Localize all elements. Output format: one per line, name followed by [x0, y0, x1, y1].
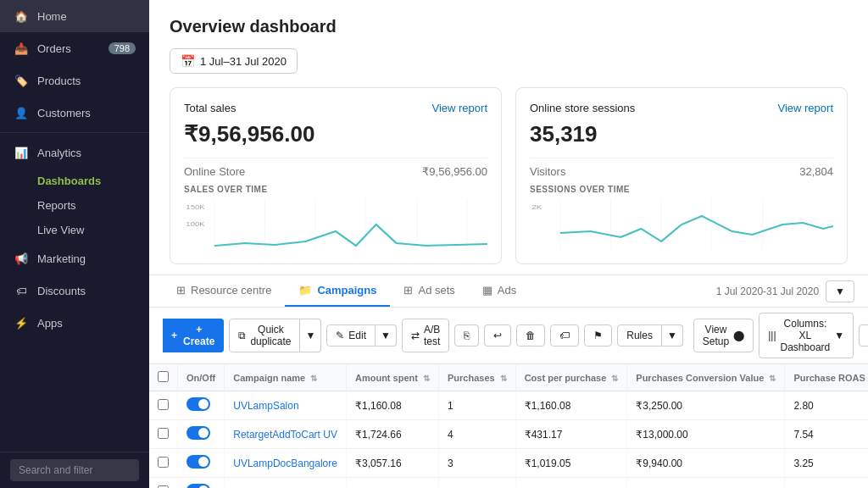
campaigns-table: On/Off Campaign name ⇅ Amount spent ⇅ Pu… — [149, 364, 868, 488]
row-checkbox[interactable] — [158, 399, 169, 410]
rules-dropdown[interactable]: ▼ — [662, 324, 683, 347]
sidebar-divider — [0, 132, 149, 133]
col-amount-spent[interactable]: Amount spent ⇅ — [346, 364, 438, 391]
sidebar-item-label: Analytics — [37, 147, 136, 159]
svg-text:150K: 150K — [186, 203, 204, 211]
tab-ad-sets[interactable]: ⊞ Ad sets — [390, 275, 468, 307]
copy-button[interactable]: ⎘ — [454, 324, 479, 347]
view-report-link[interactable]: View report — [777, 102, 833, 114]
sidebar-item-apps[interactable]: ⚡ Apps — [0, 307, 149, 339]
sidebar-item-dashboards[interactable]: Dashboards — [0, 169, 149, 193]
online-sessions-card: Online store sessions View report 35,319… — [515, 87, 848, 264]
delete-button[interactable]: 🗑 — [516, 324, 545, 347]
sidebar-item-orders[interactable]: 📥 Orders 798 — [0, 32, 149, 64]
cost-per-purchase-cell: ₹1,019.05 — [515, 449, 627, 478]
toggle-cell[interactable] — [178, 478, 225, 489]
ab-icon: ⇄ — [411, 330, 420, 341]
card-title: Total sales — [184, 102, 236, 114]
table-header-row: On/Off Campaign name ⇅ Amount spent ⇅ Pu… — [149, 364, 868, 391]
campaign-toggle[interactable] — [186, 455, 210, 469]
col-roas[interactable]: Purchase ROAS (return on ad spend) ⇅ — [785, 364, 868, 391]
tag-button[interactable]: 🏷 — [550, 324, 579, 347]
edit-button[interactable]: ✎ Edit — [326, 324, 376, 347]
sidebar-search[interactable] — [0, 452, 149, 488]
toggle-cell[interactable] — [178, 391, 225, 420]
col-checkbox[interactable] — [149, 364, 178, 391]
sidebar-item-customers[interactable]: 👤 Customers — [0, 97, 149, 129]
toggle-cell[interactable] — [178, 449, 225, 478]
toggle-icon: ⬤ — [733, 330, 744, 341]
breakdown-button[interactable]: Breakdown ▼ — [859, 324, 868, 347]
campaign-name-cell: UVLampSalon — [225, 391, 347, 420]
view-report-link[interactable]: View report — [431, 102, 487, 114]
campaign-name-link[interactable]: UVLampDocBangalore — [233, 458, 337, 469]
sidebar-item-analytics[interactable]: 📊 Analytics — [0, 136, 149, 169]
col-cost-per-purchase[interactable]: Cost per purchase ⇅ — [515, 364, 627, 391]
campaign-name-cell: UVLampDoctor — [225, 478, 347, 489]
col-purchases[interactable]: Purchases ⇅ — [438, 364, 515, 391]
col-conv-value[interactable]: Purchases Conversion Value ⇅ — [627, 364, 785, 391]
orders-icon: 📥 — [14, 41, 29, 56]
campaigns-table-container[interactable]: On/Off Campaign name ⇅ Amount spent ⇅ Pu… — [149, 364, 868, 488]
ab-test-button[interactable]: ⇄ A/B test — [402, 319, 449, 352]
select-all-checkbox[interactable] — [158, 371, 169, 382]
resource-icon: ⊞ — [176, 284, 186, 297]
campaign-toggle[interactable] — [186, 397, 210, 411]
card-header: Total sales View report — [184, 102, 487, 114]
amount-spent-cell: ₹1,160.08 — [346, 391, 438, 420]
sub-label: Visitors — [530, 165, 565, 178]
row-checkbox[interactable] — [158, 428, 169, 439]
create-button[interactable]: + + Create — [163, 319, 224, 352]
campaign-toggle[interactable] — [186, 426, 210, 440]
tab-campaigns[interactable]: 📁 Campaigns — [285, 275, 390, 307]
row-checkbox-cell[interactable] — [149, 449, 178, 478]
edit-dropdown[interactable]: ▼ — [376, 324, 397, 347]
campaign-name-link[interactable]: RetargetAddToCart UV — [233, 429, 337, 441]
tab-resource-centre[interactable]: ⊞ Resource centre — [163, 275, 285, 307]
campaign-toggle[interactable] — [186, 484, 210, 488]
sidebar-item-marketing[interactable]: 📢 Marketing — [0, 242, 149, 274]
ad-manager-section: ⊞ Resource centre 📁 Campaigns ⊞ Ad sets … — [149, 275, 868, 488]
date-range-dropdown[interactable]: ▼ — [826, 280, 854, 302]
sidebar-item-label: Home — [37, 10, 136, 23]
undo-button[interactable]: ↩ — [484, 324, 511, 347]
main-content: Overview dashboard 📅 1 Jul–31 Jul 2020 T… — [149, 0, 868, 488]
row-checkbox-cell[interactable] — [149, 478, 178, 489]
col-campaign-name[interactable]: Campaign name ⇅ — [225, 364, 347, 391]
quick-duplicate-button[interactable]: ⧉ Quick duplicate — [229, 319, 300, 352]
conv-value-cell: ₹9,940.00 — [627, 449, 785, 478]
tab-ads[interactable]: ▦ Ads — [469, 275, 530, 307]
toggle-cell[interactable] — [178, 420, 225, 449]
flag-button[interactable]: ⚑ — [584, 324, 612, 347]
roas-cell: 7.54 — [785, 420, 868, 449]
conv-value-cell: ₹3,250.00 — [627, 391, 785, 420]
table-row: UVLampDoctor ₹9,149.74 21 ₹435.70 ₹91,00… — [149, 478, 868, 489]
sidebar-item-live-view[interactable]: Live View — [0, 218, 149, 242]
sidebar-item-products[interactable]: 🏷️ Products — [0, 64, 149, 97]
row-checkbox[interactable] — [158, 485, 169, 489]
sessions-value: 35,319 — [530, 121, 833, 147]
chart-label: SESSIONS OVER TIME — [530, 185, 833, 194]
search-input[interactable] — [10, 459, 139, 481]
cost-per-purchase-cell: ₹431.17 — [515, 420, 627, 449]
quick-duplicate-dropdown[interactable]: ▼ — [300, 319, 321, 352]
products-icon: 🏷️ — [14, 73, 29, 88]
dashboard-section: Overview dashboard 📅 1 Jul–31 Jul 2020 T… — [149, 0, 868, 275]
sidebar-item-reports[interactable]: Reports — [0, 193, 149, 218]
columns-button[interactable]: ||| Columns: XL Dashboard ▼ — [759, 313, 854, 358]
row-checkbox[interactable] — [158, 457, 169, 468]
svg-text:100K: 100K — [186, 220, 204, 228]
calendar-icon: 📅 — [181, 54, 195, 68]
conv-value-cell: ₹13,000.00 — [627, 420, 785, 449]
amount-spent-cell: ₹3,057.16 — [346, 449, 438, 478]
row-checkbox-cell[interactable] — [149, 420, 178, 449]
campaign-name-link[interactable]: UVLampSalon — [233, 400, 298, 412]
row-checkbox-cell[interactable] — [149, 391, 178, 420]
sidebar-item-discounts[interactable]: 🏷 Discounts — [0, 274, 149, 307]
view-setup-button[interactable]: View Setup ⬤ — [693, 319, 754, 352]
rules-button[interactable]: Rules — [617, 324, 662, 347]
date-range-button[interactable]: 📅 1 Jul–31 Jul 2020 — [170, 48, 298, 74]
sidebar-item-home[interactable]: 🏠 Home — [0, 0, 149, 32]
home-icon: 🏠 — [14, 8, 29, 24]
sort-icon: ⇅ — [611, 374, 618, 383]
